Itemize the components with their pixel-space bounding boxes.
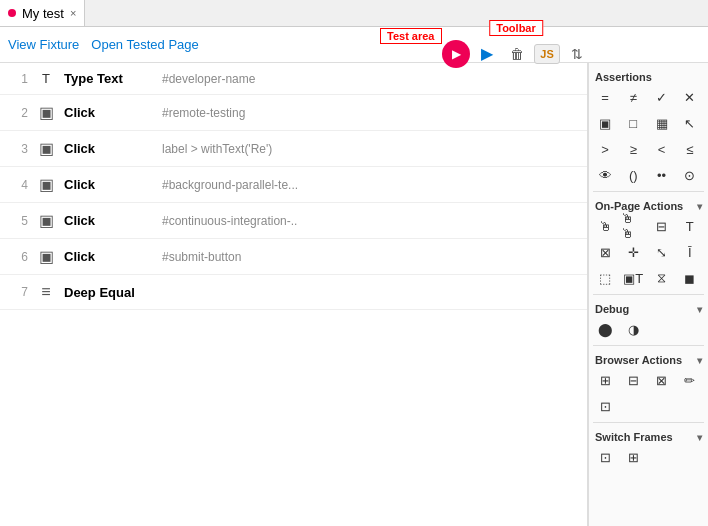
open-tested-page-link[interactable]: Open Tested Page [91,37,198,52]
assert-box1-icon[interactable]: ▣ [593,111,617,135]
row-number: 5 [10,214,28,228]
row-type-icon: ▣ [36,139,56,158]
dblclick-icon[interactable]: 🖱🖱 [621,214,645,238]
assert-paren-icon[interactable]: () [621,163,645,187]
assert-lte-icon[interactable]: ≤ [678,137,702,161]
assert-gte-icon[interactable]: ≥ [621,137,645,161]
wait-icon[interactable]: ⧖ [650,266,674,290]
row-action-label: Type Text [64,71,154,86]
resize-icon[interactable]: ⤡ [650,240,674,264]
stop-icon[interactable]: ◼ [678,266,702,290]
row-number: 2 [10,106,28,120]
row-number: 3 [10,142,28,156]
assert-neq-icon[interactable]: ≠ [621,85,645,109]
test-area-label: Test area [380,28,442,44]
type-icon[interactable]: T [678,214,702,238]
type-text-icon[interactable]: ▣T [621,266,645,290]
assert-link-icon[interactable]: ⊙ [678,163,702,187]
assert-eye-icon[interactable]: 👁 [593,163,617,187]
on-page-grid: 🖱 🖱🖱 ⊟ T ⊠ ✛ ⤡ Ī ⬚ ▣T ⧖ ◼ [593,214,704,290]
row-type-icon: ▣ [36,175,56,194]
row-type-icon: ≡ [36,283,56,301]
test-table-area: 1 T Type Text #developer-name 2 ▣ Click … [0,63,588,526]
browser-actions-grid: ⊞ ⊟ ⊠ ✏ ⊡ [593,368,704,418]
input-icon[interactable]: Ī [678,240,702,264]
row-type-icon: T [36,71,56,86]
assert-x-icon[interactable]: ✕ [678,85,702,109]
table-row[interactable]: 1 T Type Text #developer-name [0,63,587,95]
assert-cursor-icon[interactable]: ↖ [678,111,702,135]
nav-bar: View Fixture Open Tested Page Toolbar ▶ … [0,27,708,63]
row-target-label: #submit-button [162,250,577,264]
row-action-label: Click [64,249,154,264]
debug-grid: ⬤ ◑ [593,317,704,341]
tab-dot [8,9,16,17]
row-action-label: Click [64,105,154,120]
row-number: 1 [10,72,28,86]
table-row[interactable]: 2 ▣ Click #remote-testing [0,95,587,131]
row-type-icon: ▣ [36,247,56,266]
debug-label: Debug [595,303,629,315]
assert-dots-icon[interactable]: •• [650,163,674,187]
js-button[interactable]: JS [534,44,560,64]
assert-eq-icon[interactable]: = [593,85,617,109]
debug-play-icon[interactable]: ⬤ [593,317,617,341]
assert-bar-icon[interactable]: ▦ [650,111,674,135]
table-row[interactable]: 3 ▣ Click label > withText('Re') [0,131,587,167]
drag-icon[interactable]: ✛ [621,240,645,264]
table-row[interactable]: 6 ▣ Click #submit-button [0,239,587,275]
row-target-label: #developer-name [162,72,577,86]
row-number: 4 [10,178,28,192]
browser-new-icon[interactable]: ⊞ [593,368,617,392]
row-action-label: Click [64,141,154,156]
view-fixture-link[interactable]: View Fixture [8,37,79,52]
browser-extra-icon[interactable]: ⊡ [593,394,617,418]
browser-actions-header[interactable]: Browser Actions ▾ [593,350,704,368]
frame-in-icon[interactable]: ⊡ [593,445,617,469]
section-divider-1 [593,191,704,192]
switch-frames-grid: ⊡ ⊞ [593,445,704,469]
row-action-label: Deep Equal [64,285,154,300]
section-divider-3 [593,345,704,346]
assert-box2-icon[interactable]: □ [621,111,645,135]
click-icon[interactable]: 🖱 [593,214,617,238]
row-target-label: #background-parallel-te... [162,178,577,192]
table-row[interactable]: 4 ▣ Click #background-parallel-te... [0,167,587,203]
browser-edit-icon[interactable]: ✏ [678,368,702,392]
assert-check-icon[interactable]: ✓ [650,85,674,109]
assertions-header[interactable]: Assertions [593,67,704,85]
browser-open-icon[interactable]: ⊟ [621,368,645,392]
switch-frames-header[interactable]: Switch Frames ▾ [593,427,704,445]
switch-frames-chevron-icon: ▾ [697,432,702,443]
rightclick-icon[interactable]: ⊟ [650,214,674,238]
my-test-tab[interactable]: My test × [0,0,85,26]
row-action-label: Click [64,213,154,228]
debug-step-icon[interactable]: ◑ [621,317,645,341]
table-row[interactable]: 7 ≡ Deep Equal [0,275,587,310]
row-type-icon: ▣ [36,103,56,122]
main-layout: 1 T Type Text #developer-name 2 ▣ Click … [0,63,708,526]
browser-chevron-icon: ▾ [697,355,702,366]
row-target-label: #remote-testing [162,106,577,120]
row-action-label: Click [64,177,154,192]
toolbar-label: Toolbar [489,20,543,36]
row-target-label: label > withText('Re') [162,142,577,156]
browser-actions-label: Browser Actions [595,354,682,366]
select-region-icon[interactable]: ⬚ [593,266,617,290]
tab-bar: My test × [0,0,708,27]
section-divider-2 [593,294,704,295]
assert-gt-icon[interactable]: > [593,137,617,161]
screenshot-icon[interactable]: ⊠ [593,240,617,264]
row-number: 6 [10,250,28,264]
browser-close-icon[interactable]: ⊠ [650,368,674,392]
row-target-label: #continuous-integration-.. [162,214,577,228]
tab-close-icon[interactable]: × [70,7,76,19]
frame-out-icon[interactable]: ⊞ [621,445,645,469]
switch-frames-label: Switch Frames [595,431,673,443]
debug-chevron-icon: ▾ [697,304,702,315]
on-page-actions-header[interactable]: On-Page Actions ▾ [593,196,704,214]
actions-panel: Actions panel Assertions = ≠ ✓ ✕ ▣ □ ▦ ↖… [588,63,708,526]
assert-lt-icon[interactable]: < [650,137,674,161]
debug-header[interactable]: Debug ▾ [593,299,704,317]
table-row[interactable]: 5 ▣ Click #continuous-integration-.. [0,203,587,239]
